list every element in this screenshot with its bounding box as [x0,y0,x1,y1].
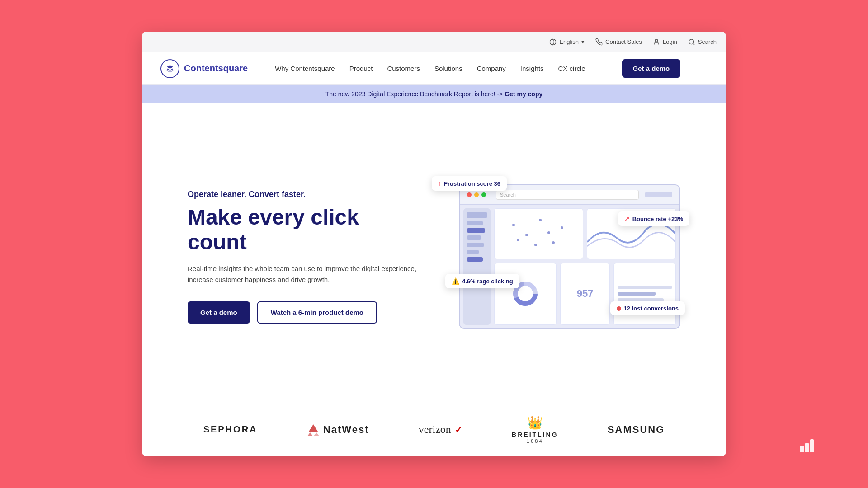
scatter-chart [495,209,583,259]
rage-clicking-label: 4.6% rage clicking [462,278,513,285]
lost-conversions-badge: 12 lost conversions [610,301,685,315]
dot-red-icon [617,306,621,311]
hero-tagline: Operate leaner. Convert faster. [188,190,423,199]
hero-description: Real-time insights the whole team can us… [188,263,423,285]
bottom-bar-chart-icon [800,439,814,452]
natwest-icon [307,423,320,436]
counter-card: 957 [560,263,610,325]
scatter-chart-card [494,208,583,259]
sidebar-item-6 [467,250,479,254]
scatter-point [547,231,550,234]
sidebar-item-1 [467,212,487,218]
mockup-header-bar [645,192,672,197]
svg-line-3 [693,43,694,45]
hero-content: Operate leaner. Convert faster. Make eve… [188,190,423,324]
mockup-search-bar: Search [496,190,639,200]
scatter-point [561,226,563,229]
logos-section: SEPHORA NatWest verizon ✓ 👑 BREITLING 18… [142,406,726,456]
search-button[interactable]: Search [688,38,717,46]
nav-insights[interactable]: Insights [520,65,544,72]
rage-clicking-badge: ⚠️ 4.6% rage clicking [445,274,519,288]
dot-red [467,192,472,197]
breitling-year: 1884 [512,438,558,444]
svg-marker-10 [314,432,319,436]
natwest-label: NatWest [323,424,369,436]
nav-cx-circle[interactable]: CX circle [558,65,585,72]
verizon-logo: verizon ✓ [419,423,462,436]
bar-1 [800,446,804,452]
scatter-point [534,244,537,246]
hero-title: Make every click count [188,205,423,254]
natwest-logo: NatWest [307,423,369,436]
sephora-logo: SEPHORA [203,424,258,435]
verizon-checkmark-icon: ✓ [455,424,462,435]
stats-card [613,263,676,325]
scatter-point [512,224,515,226]
lost-conversions-label: 12 lost conversions [624,305,679,312]
nav-links: Why Contentsquare Product Customers Solu… [275,59,708,78]
nav-solutions[interactable]: Solutions [434,65,462,72]
mockup-row-bottom: 957 [494,263,676,325]
bar-3 [810,439,814,452]
sidebar-item-3 [467,228,485,233]
svg-point-1 [655,39,657,42]
scatter-point [517,239,519,241]
arrow-diagonal-icon: ↗ [624,215,630,222]
logo[interactable]: Contentsquare [160,59,248,78]
hero-section: Operate leaner. Convert faster. Make eve… [142,103,726,406]
svg-point-2 [689,39,694,44]
contact-sales-button[interactable]: Contact Sales [595,38,642,46]
arrow-up-icon: ↑ [438,180,441,187]
samsung-logo: SAMSUNG [608,424,665,436]
nav-company[interactable]: Company [477,65,506,72]
hero-watch-demo-button[interactable]: Watch a 6-min product demo [257,301,377,324]
svg-marker-8 [309,424,318,432]
logo-text: Contentsquare [184,63,248,74]
banner-text: The new 2023 Digital Experience Benchmar… [326,90,503,98]
nav-divider [604,60,604,78]
login-button[interactable]: Login [653,38,677,46]
login-label: Login [663,38,677,45]
chevron-down-icon: ▾ [581,38,585,45]
frustration-score-label: Frustration score 36 [444,180,500,187]
main-nav: Contentsquare Why Contentsquare Product … [142,52,726,85]
bounce-rate-label: Bounce rate +23% [632,216,683,222]
dot-yellow [474,192,479,197]
sidebar-item-2 [467,221,483,225]
scatter-point [552,241,555,244]
banner-link[interactable]: Get my copy [505,90,542,98]
language-label: English [559,38,579,45]
announcement-banner: The new 2023 Digital Experience Benchmar… [142,85,726,103]
sidebar-item-7 [467,257,483,262]
verizon-label: verizon [419,423,451,436]
hero-get-demo-button[interactable]: Get a demo [188,301,250,324]
top-bar: English ▾ Contact Sales Login Search [142,32,726,52]
breitling-logo: 👑 BREITLING 1884 [512,415,558,444]
contact-sales-label: Contact Sales [605,38,642,45]
frustration-score-badge: ↑ Frustration score 36 [432,176,507,191]
donut-chart-card [494,263,557,325]
nav-customers[interactable]: Customers [387,65,420,72]
bounce-rate-badge: ↗ Bounce rate +23% [618,211,689,226]
breitling-crown-icon: 👑 [512,415,558,430]
counter-value: 957 [577,288,594,300]
logo-icon [160,59,179,78]
warning-icon: ⚠️ [452,277,459,285]
sidebar-item-4 [467,235,481,240]
sidebar-item-5 [467,243,484,247]
nav-get-demo-button[interactable]: Get a demo [622,59,681,78]
stats-bar-1 [618,286,672,289]
hero-illustration: Search [450,184,689,329]
search-label: Search [698,38,717,45]
scatter-point [525,234,528,236]
scatter-point [539,219,542,221]
nav-why[interactable]: Why Contentsquare [275,65,335,72]
nav-product[interactable]: Product [349,65,373,72]
language-selector[interactable]: English ▾ [549,38,585,46]
stats-bar-2 [618,292,656,296]
search-placeholder: Search [500,192,516,197]
browser-window: English ▾ Contact Sales Login Search [142,32,726,456]
svg-marker-9 [307,432,313,436]
dot-green [481,192,486,197]
breitling-label: BREITLING [512,431,558,438]
